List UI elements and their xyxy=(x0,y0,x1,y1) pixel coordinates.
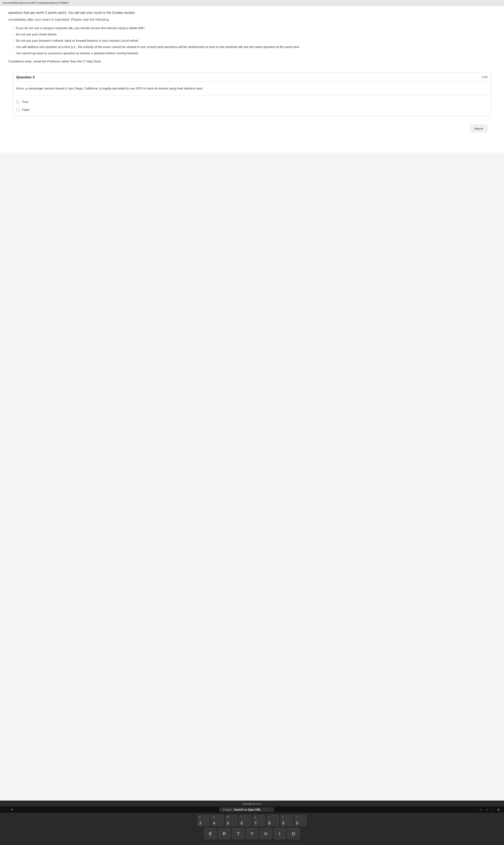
keyboard-row-letters: E R T Y U I O xyxy=(2,828,502,840)
keyboard: # 3 $ 4 % 5 ^ 6 & 7 * 8 ( 9 ) 0 xyxy=(0,813,504,845)
search-placeholder: Search or type URL xyxy=(234,808,261,811)
star-button[interactable]: ☆ xyxy=(480,808,482,811)
key-0[interactable]: ) 0 xyxy=(294,815,307,827)
key-r[interactable]: R xyxy=(218,828,231,840)
key-y[interactable]: Y xyxy=(246,828,258,840)
label-true[interactable]: True xyxy=(22,100,28,104)
radio-false[interactable] xyxy=(16,108,19,111)
question-title: Question 3 xyxy=(16,75,35,79)
answer-option-false[interactable]: False xyxy=(16,106,488,113)
bullet-item-1: If you do not use a campus computer lab,… xyxy=(13,25,496,31)
bullet-list: If you do not use a campus computer lab,… xyxy=(8,25,496,56)
intro-line1: questions that are worth 2 points each).… xyxy=(8,10,496,16)
key-6[interactable]: ^ 6 xyxy=(239,815,251,827)
key-3[interactable]: # 3 xyxy=(197,815,210,827)
key-u[interactable]: U xyxy=(260,828,272,840)
bullet-item-2: Do not use your smart phone. xyxy=(13,32,496,37)
next-button[interactable]: Next ▸ xyxy=(470,125,487,132)
intro-line2: immediately after your exam is submitted… xyxy=(8,17,496,22)
plus-button[interactable]: + xyxy=(486,808,488,811)
label-false[interactable]: False xyxy=(22,108,30,111)
answer-options: True False xyxy=(13,95,491,116)
macbook-label-bar: MacBook Pro xyxy=(0,801,504,806)
key-t[interactable]: T xyxy=(232,828,245,840)
google-logo: Google xyxy=(223,808,232,811)
touch-bar-right: ☆ + ‹ ⚙ xyxy=(480,808,500,811)
keyboard-row-numbers: # 3 $ 4 % 5 ^ 6 & 7 * 8 ( 9 ) 0 xyxy=(2,815,502,827)
touch-bar: → ↻ Google Search or type URL ☆ + ‹ ⚙ xyxy=(0,806,504,813)
key-5[interactable]: % 5 xyxy=(225,815,238,827)
answer-option-true[interactable]: True xyxy=(16,98,488,106)
settings-button[interactable]: ⚙ xyxy=(497,808,500,811)
key-9[interactable]: ( 9 xyxy=(281,815,293,827)
bullet-item-4: You will address one question at a time … xyxy=(13,44,496,50)
next-label: Next xyxy=(474,127,481,130)
radio-true[interactable] xyxy=(16,100,19,104)
page-content: questions that are worth 2 points each).… xyxy=(0,6,504,152)
button-area: Next ▸ xyxy=(8,123,496,139)
refresh-button[interactable]: ↻ xyxy=(11,808,13,811)
question-card: Question 3 2 pts Omni, a messenger servi… xyxy=(13,72,491,116)
back-button[interactable]: → xyxy=(4,808,7,811)
question-header: Question 3 2 pts xyxy=(13,72,491,82)
bullet-item-3: Do not use your browser's refresh, back … xyxy=(13,38,496,43)
help-desk-text: If problems arise, email the Professor r… xyxy=(8,59,496,64)
address-bar[interactable]: ourses/80581/quizzes/236711/take/questio… xyxy=(0,0,504,6)
key-o[interactable]: O xyxy=(287,828,300,840)
browser-screen: ourses/80581/quizzes/236711/take/questio… xyxy=(0,0,504,801)
touch-bar-center: Google Search or type URL xyxy=(13,807,480,812)
key-i[interactable]: I xyxy=(273,828,286,840)
bullet-item-5: You cannot go back to a previous questio… xyxy=(13,51,496,56)
url-text: ourses/80581/quizzes/236711/take/questio… xyxy=(2,1,69,4)
key-8[interactable]: * 8 xyxy=(267,815,279,827)
chevron-button[interactable]: ‹ xyxy=(492,808,493,811)
macbook-label: MacBook Pro xyxy=(243,802,262,806)
question-body: Omni, a messenger service based in San D… xyxy=(13,82,491,95)
next-arrow: ▸ xyxy=(482,127,483,130)
key-4[interactable]: $ 4 xyxy=(211,815,224,827)
touch-bar-left: → ↻ xyxy=(4,808,13,811)
question-points: 2 pts xyxy=(482,75,488,78)
key-e[interactable]: E xyxy=(204,828,217,840)
key-7[interactable]: & 7 xyxy=(253,815,265,827)
search-bar[interactable]: Google Search or type URL xyxy=(219,807,274,812)
